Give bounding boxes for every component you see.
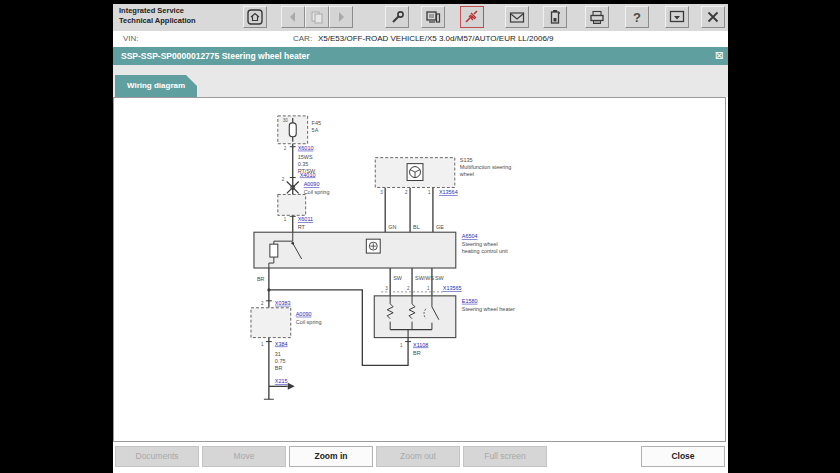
wire-label: BR [275, 365, 283, 371]
workshop-button[interactable] [421, 6, 445, 28]
ground-arrow-icon [288, 383, 295, 390]
connector-pin: 2 [407, 286, 410, 291]
service-plan-button[interactable] [385, 6, 409, 28]
fuse-terminal: 30 [283, 118, 289, 123]
connector-icon [464, 9, 480, 25]
wire-label: GE [436, 224, 444, 230]
document-title: SSP-SSP-SP0000012775 Steering wheel heat… [121, 51, 310, 61]
close-button[interactable]: Close [641, 446, 725, 467]
app-title: Integrated Service Technical Application [119, 6, 196, 26]
service-wrench-icon [390, 10, 405, 25]
connector-pin: 1 [261, 342, 264, 347]
connector-ref[interactable]: X13565 [443, 285, 462, 291]
help-button[interactable]: ? [625, 6, 649, 28]
forward-button[interactable] [329, 6, 353, 28]
wiring-diagram-canvas[interactable]: 30 F45 5A 2 X6010 15WS 0.35 RT/SW 2 X401… [114, 98, 725, 441]
resistor-icon [270, 244, 278, 257]
component-name: Steering wheel [462, 241, 498, 247]
documents-button[interactable] [305, 6, 329, 28]
connector-pin: 3 [385, 286, 388, 291]
wiring-diagram-panel: 30 F45 5A 2 X6010 15WS 0.35 RT/SW 2 X401… [113, 97, 726, 442]
wire-label: 0.35 [298, 161, 309, 167]
component-ref[interactable]: A0090 [296, 311, 312, 317]
connector-ref[interactable]: X4010 [300, 172, 316, 178]
forward-icon [334, 10, 348, 24]
home-icon [247, 9, 263, 25]
back-icon [286, 10, 300, 24]
action-button-bar: Documents Move Zoom in Zoom out Full scr… [113, 443, 728, 473]
vehicle-info-bar: VIN: CAR: X5/E53/OFF-ROAD VEHICLE/X5 3.0… [113, 31, 728, 47]
component-name: heating control unit [462, 248, 509, 254]
zoom-out-button[interactable]: Zoom out [376, 446, 460, 467]
component-name: Coil spring [296, 319, 322, 325]
dialog-close-icon[interactable]: ⊠ [715, 50, 724, 61]
connector-pin: 2 [282, 177, 285, 182]
vehicle-connection-button[interactable] [460, 6, 484, 28]
move-button[interactable]: Move [202, 446, 286, 467]
documents-button-bottom[interactable]: Documents [115, 446, 199, 467]
print-icon [589, 10, 605, 25]
car-value: X5/E53/OFF-ROAD VEHICLE/X5 3.0d/M57/AUTO… [318, 34, 554, 43]
wire-label: BR [257, 276, 265, 282]
component-name: Steering wheel heater [462, 306, 515, 312]
connector-pin: 2 [284, 146, 287, 151]
battery-icon [549, 9, 561, 25]
connector-ref[interactable]: X6010 [298, 145, 314, 151]
wire-label: 15WS [298, 154, 313, 160]
connector-pin: 1 [400, 343, 403, 348]
car-label: CAR: [293, 34, 312, 43]
component-ref[interactable]: A0090 [304, 181, 320, 187]
connector-ref[interactable]: X384 [275, 341, 288, 347]
mail-button[interactable] [505, 6, 529, 28]
fuse-ref: F45 [312, 120, 321, 126]
close-icon [706, 10, 720, 24]
fuse-component: 30 F45 5A [278, 116, 321, 144]
tab-wiring-diagram[interactable]: Wiring diagram [115, 75, 197, 97]
home-button[interactable] [243, 6, 267, 28]
wire-label: GN [388, 224, 396, 230]
back-button[interactable] [281, 6, 305, 28]
connector-pin: 3 [380, 190, 383, 195]
fuse-rating: 5A [312, 127, 319, 133]
wire-label: RT [298, 224, 306, 230]
main-toolbar: Integrated Service Technical Application [113, 4, 728, 32]
screen-toggle-icon [669, 10, 685, 24]
wire-label: BL [413, 224, 420, 230]
component-name: Multifunction steering [460, 164, 512, 170]
zoom-in-button[interactable]: Zoom in [289, 446, 373, 467]
wire-label: 0.75 [275, 358, 286, 364]
connector-ref[interactable]: X13564 [439, 189, 458, 195]
component-ref: S135 [460, 157, 473, 163]
screen-toggle-button[interactable] [665, 6, 689, 28]
coil-spring-lower: 2 X0383 A0090 Coil spring 1 X384 31 0.75… [251, 300, 322, 385]
documents-icon [310, 10, 324, 24]
component-ref[interactable]: E1580 [462, 298, 478, 304]
heating-control-unit-component: A6504 Steering wheel heating control uni… [254, 232, 508, 268]
wire-junction [267, 288, 270, 291]
tab-strip [113, 65, 728, 97]
wire-label: 31 [275, 351, 281, 357]
connector-ref[interactable]: X6011 [298, 216, 313, 222]
document-title-bar: SSP-SSP-SP0000012775 Steering wheel heat… [113, 47, 728, 65]
mail-icon [509, 11, 525, 24]
component-name: wheel [459, 171, 474, 177]
wire-label: SW/WS [415, 275, 434, 281]
component-ref[interactable]: A6504 [462, 233, 478, 239]
exit-button[interactable] [701, 6, 725, 28]
connector-ref[interactable]: X1108 [413, 342, 428, 348]
component-name: Coil spring [304, 189, 330, 195]
steering-wheel-heater-component: E1580 Steering wheel heater [374, 296, 515, 338]
connector-pin: 2 [261, 301, 264, 306]
connector-pin: 2 [405, 190, 408, 195]
connector-pin: 1 [427, 286, 430, 291]
wire-label: BR [413, 350, 421, 356]
battery-button[interactable] [543, 6, 567, 28]
connector-ref[interactable]: X215 [275, 378, 288, 384]
workshop-monitor-icon [425, 10, 441, 25]
connector-ref[interactable]: X0383 [275, 300, 291, 306]
full-screen-button[interactable]: Full screen [463, 446, 547, 467]
print-button[interactable] [585, 6, 609, 28]
coil-spring-upper: 2 X4010 A0090 Coil spring [278, 172, 330, 216]
vin-label: VIN: [123, 34, 139, 43]
connector-pin: 1 [284, 217, 287, 222]
